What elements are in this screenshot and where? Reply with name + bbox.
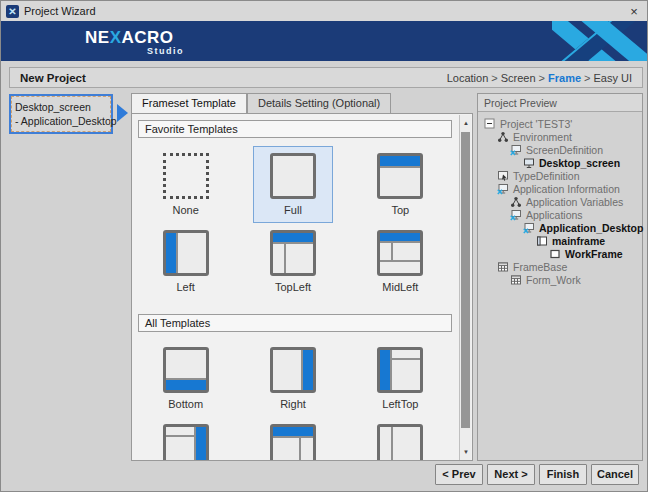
template-layout-icon [163, 347, 209, 393]
template-partial-leftbottom[interactable] [360, 417, 440, 461]
breadcrumb-step-frame: Frame [548, 72, 581, 84]
tree-item-label: mainframe [552, 235, 605, 247]
breadcrumb-step-location: Location [447, 72, 489, 84]
template-midleft[interactable]: MidLeft [360, 223, 440, 300]
grid-icon [510, 274, 522, 286]
template-full[interactable]: Full [253, 146, 333, 223]
template-layout-icon [377, 347, 423, 393]
tree-item-label: Environment [513, 131, 572, 143]
scrollbar[interactable]: ▲ ▼ [459, 115, 471, 461]
tree-item-label: Application Variables [526, 196, 623, 208]
template-top[interactable]: Top [360, 146, 440, 223]
title-bar: ✕ Project Wizard × [1, 1, 647, 21]
tree-item-applications[interactable]: Applications [482, 208, 640, 221]
brand-banner: NEXACRO Studio [1, 21, 647, 61]
template-label: Full [284, 204, 302, 217]
breadcrumb-separator: > [581, 72, 593, 84]
tree-item-label: FrameBase [513, 261, 567, 273]
next-button[interactable]: Next > [487, 464, 535, 485]
template-left[interactable]: Left [146, 223, 226, 300]
project-preview-tree: Project 'TEST3'EnvironmentScreenDefiniti… [478, 112, 642, 288]
tab-bar: Frameset Template Details Setting (Optio… [131, 93, 473, 113]
close-icon[interactable]: × [626, 4, 642, 19]
footer-buttons: < Prev Next > Finish Cancel [435, 464, 639, 485]
monitor-x-icon [523, 222, 535, 234]
scroll-down-icon[interactable]: ▼ [460, 446, 472, 459]
tree-item-form-work[interactable]: Form_Work [482, 273, 640, 286]
collapse-box-icon [484, 118, 496, 130]
monitor-x-icon [510, 144, 522, 156]
tree-item-mainframe[interactable]: mainframe [482, 234, 640, 247]
template-label: Left [176, 281, 194, 294]
window-cursor-icon [497, 170, 509, 182]
nodes-icon [497, 131, 509, 143]
monitor-x-icon [497, 183, 509, 195]
template-group-header: Favorite Templates [138, 120, 452, 138]
template-group-header: All Templates [138, 314, 452, 332]
tab-frameset-template[interactable]: Frameset Template [131, 93, 247, 113]
tree-item-label: Project 'TEST3' [500, 118, 572, 130]
tree-item-workframe[interactable]: WorkFrame [482, 247, 640, 260]
template-label: Right [280, 398, 306, 411]
tab-details-setting[interactable]: Details Setting (Optional) [247, 93, 391, 113]
square-icon [549, 248, 561, 260]
prev-button[interactable]: < Prev [435, 464, 483, 485]
template-partial-topright[interactable] [253, 417, 333, 461]
template-layout-icon [270, 153, 316, 199]
center-panel: Frameset Template Details Setting (Optio… [131, 93, 473, 461]
tree-item-project-test3[interactable]: Project 'TEST3' [482, 117, 640, 130]
scrollbar-thumb[interactable] [461, 132, 470, 428]
tree-item-label: Desktop_screen [539, 157, 620, 169]
app-logo-icon: ✕ [6, 5, 19, 18]
tree-item-label: Form_Work [526, 274, 581, 286]
template-topleft[interactable]: TopLeft [253, 223, 333, 300]
screen-item-line2: - Application_Desktop [15, 114, 109, 128]
template-partial-righttop[interactable] [146, 417, 226, 461]
monitor-x-icon [510, 209, 522, 221]
page-title: New Project [20, 72, 86, 84]
template-bottom[interactable]: Bottom [146, 340, 226, 417]
tree-item-label: Application_Desktop [539, 222, 643, 234]
screen-item-line1: Desktop_screen [15, 100, 109, 114]
monitor-icon [523, 157, 535, 169]
template-label: MidLeft [382, 281, 418, 294]
template-list-area: Favorite TemplatesNoneFullTopLeftTopLeft… [131, 113, 473, 461]
project-preview-panel: Project Preview Project 'TEST3'Environme… [477, 93, 643, 461]
cancel-button[interactable]: Cancel [591, 464, 639, 485]
frame-icon [536, 235, 548, 247]
template-layout-icon [270, 424, 316, 461]
tree-item-environment[interactable]: Environment [482, 130, 640, 143]
tree-item-application-variables[interactable]: Application Variables [482, 195, 640, 208]
template-layout-icon [163, 230, 209, 276]
brand-wordmark: NEXACRO [85, 28, 174, 48]
tree-item-label: ScreenDefinition [526, 144, 603, 156]
screen-item-desktop-screen[interactable]: Desktop_screen - Application_Desktop [9, 94, 113, 134]
tree-item-screendefinition[interactable]: ScreenDefinition [482, 143, 640, 156]
tree-item-desktop-screen[interactable]: Desktop_screen [482, 156, 640, 169]
template-layout-icon [377, 230, 423, 276]
template-label: TopLeft [275, 281, 311, 294]
scroll-up-icon[interactable]: ▲ [460, 117, 472, 130]
template-layout-icon [377, 424, 423, 461]
breadcrumb-separator: > [536, 72, 548, 84]
template-grid: BottomRightLeftTop [132, 334, 454, 461]
breadcrumb-separator: > [488, 72, 500, 84]
template-label: LeftTop [382, 398, 418, 411]
template-layout-icon [163, 424, 209, 461]
tree-item-label: Applications [526, 209, 583, 221]
template-none[interactable]: None [146, 146, 226, 223]
project-wizard-dialog: ✕ Project Wizard × NEXACRO Studio New Pr… [0, 0, 648, 492]
tree-item-application-desktop[interactable]: Application_Desktop [482, 221, 640, 234]
left-panel: Desktop_screen - Application_Desktop [9, 94, 131, 461]
tree-item-label: WorkFrame [565, 248, 623, 260]
breadcrumb-step-easy-ui: Easy UI [593, 72, 632, 84]
tree-item-application-information[interactable]: Application Information [482, 182, 640, 195]
tree-item-framebase[interactable]: FrameBase [482, 260, 640, 273]
finish-button[interactable]: Finish [539, 464, 587, 485]
wizard-header: New Project Location>Screen>Frame>Easy U… [9, 67, 643, 88]
tree-item-typedefinition[interactable]: TypeDefinition [482, 169, 640, 182]
template-right[interactable]: Right [253, 340, 333, 417]
template-layout-icon [163, 153, 209, 199]
template-layout-icon [270, 347, 316, 393]
template-lefttop[interactable]: LeftTop [360, 340, 440, 417]
